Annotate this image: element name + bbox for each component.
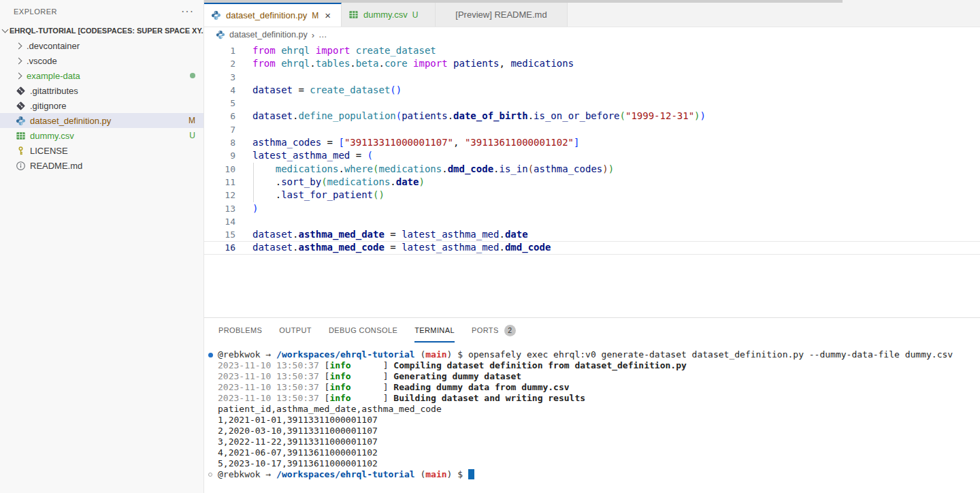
tab-git-status-badge: M [312,11,318,20]
code-text: asthma_codes = ["39113311000001107", "39… [252,136,580,149]
terminal-line: 3,2022-11-22,39113311000001107 [218,436,980,447]
code-line[interactable]: 4dataset = create_dataset() [204,84,980,97]
explorer-title: EXPLORER [14,7,181,16]
line-number: 10 [204,163,235,176]
file-label: dummy.csv [30,131,189,141]
terminal-line: 2023-11-10 13:50:37 [info ] Generating d… [218,371,980,382]
terminal-cursor[interactable] [468,469,474,479]
line-number: 13 [204,202,235,215]
file-tree: .devcontainer.vscodeexample-data.gitattr… [0,38,203,173]
code-text: from ehrql import create_dataset [252,44,436,57]
line-number: 11 [204,176,235,189]
license-icon [15,145,26,156]
close-icon[interactable]: × [325,10,331,20]
file-row-dataset-definition.py[interactable]: dataset_definition.pyM [0,113,203,128]
file-label: .gitattributes [30,86,203,96]
terminal-line: @rebkwok → /workspaces/ehrql-tutorial (m… [218,349,980,360]
line-number: 7 [204,123,235,136]
code-line[interactable]: 11 .sort_by(medications.date) [204,176,980,189]
workspace-root-row[interactable]: EHRQL-TUTORIAL [CODESPACES: SUPER SPACE … [0,23,203,38]
file-row-.devcontainer[interactable]: .devcontainer [0,38,203,53]
code-line[interactable]: 6dataset.define_population(patients.date… [204,110,980,123]
git-icon [15,100,26,111]
panel-tab-bar: PROBLEMSOUTPUTDEBUG CONSOLETERMINALPORTS… [204,318,980,343]
file-label: example-data [27,71,190,81]
code-line[interactable]: 14 [204,215,980,228]
git-untracked-dot-badge [190,73,195,78]
tab--preview--readme.md[interactable]: [Preview] README.md [436,3,568,27]
code-line[interactable]: 3 [204,71,980,84]
line-number: 14 [204,215,235,228]
ports-count-badge: 2 [504,325,516,336]
tab-label: dataset_definition.py [226,10,307,20]
panel-tab-ports[interactable]: PORTS2 [472,318,516,343]
file-row-.gitignore[interactable]: .gitignore [0,98,203,113]
terminal-line: 2023-11-10 13:50:37 [info ] Compiling da… [218,360,980,371]
git-status-badge: U [189,131,195,140]
command-decoration-icon[interactable] [208,353,213,357]
terminal-line: 5,2023-10-17,39113611000001102 [218,458,980,469]
file-row-readme.md[interactable]: README.md [0,158,203,173]
chevron-right-icon [16,57,22,64]
line-number: 15 [204,228,235,241]
indent-guide [253,176,254,189]
file-row-dummy.csv[interactable]: dummy.csvU [0,128,203,143]
panel-tab-output[interactable]: OUTPUT [279,318,312,343]
code-line[interactable]: 12 .last_for_patient() [204,189,980,202]
command-pending-icon[interactable] [208,473,212,477]
chevron-right-icon [16,42,22,49]
code-line[interactable]: 10 medications.where(medications.dmd_cod… [204,163,980,176]
code-text: medications.where(medications.dmd_code.i… [252,163,614,176]
csv-icon [348,10,359,20]
code-text: .sort_by(medications.date) [252,176,425,189]
code-editor[interactable]: 1from ehrql import create_dataset2from e… [204,42,980,317]
more-actions-icon[interactable]: ··· [181,5,194,18]
explorer-sidebar: EXPLORER ··· EHRQL-TUTORIAL [CODESPACES:… [0,0,204,493]
file-row-example-data[interactable]: example-data [0,68,203,83]
breadcrumb-separator: › [312,30,314,40]
tab-dummy.csv[interactable]: dummy.csvU [342,3,436,27]
tab-bar: dataset_definition.pyM×dummy.csvU[Previe… [204,0,980,27]
code-text: .last_for_patient() [252,189,385,202]
code-text: ) [252,202,258,215]
code-line[interactable]: 2from ehrql.tables.beta.core import pati… [204,57,980,70]
breadcrumb-file[interactable]: dataset_definition.py [229,30,308,39]
code-line[interactable]: 16dataset.asthma_med_code = latest_asthm… [204,241,980,254]
chevron-right-icon [16,72,22,79]
breadcrumb-tail[interactable]: … [318,30,327,39]
terminal-line: 2023-11-10 13:50:37 [info ] Building dat… [218,393,980,404]
vscode-window: EXPLORER ··· EHRQL-TUTORIAL [CODESPACES:… [0,0,980,493]
tab-dataset-definition.py[interactable]: dataset_definition.pyM× [204,3,342,27]
code-line[interactable]: 5 [204,97,980,110]
panel-tab-debug-console[interactable]: DEBUG CONSOLE [329,318,397,343]
line-number: 8 [204,136,235,149]
panel-tab-label: OUTPUT [279,326,312,334]
python-icon [216,29,225,42]
code-line[interactable]: 9latest_asthma_med = ( [204,149,980,162]
file-row-.gitattributes[interactable]: .gitattributes [0,83,203,98]
git-status-badge: M [189,116,195,125]
panel-tab-problems[interactable]: PROBLEMS [218,318,262,343]
line-number: 4 [204,84,235,97]
csv-icon [15,130,26,141]
tab-label: dummy.csv [363,10,408,20]
breadcrumb[interactable]: dataset_definition.py › … [204,27,980,42]
file-row-.vscode[interactable]: .vscode [0,53,203,68]
terminal-line: 2,2020-03-10,39113311000001107 [218,426,980,436]
code-line[interactable]: 7 [204,123,980,136]
terminal[interactable]: @rebkwok → /workspaces/ehrql-tutorial (m… [204,343,980,480]
terminal-line: 4,2021-06-07,39113611000001102 [218,447,980,458]
code-line[interactable]: 1from ehrql import create_dataset [204,44,980,57]
code-text: latest_asthma_med = ( [252,149,373,162]
tab-label: [Preview] README.md [455,10,546,20]
code-line[interactable]: 8asthma_codes = ["39113311000001107", "3… [204,136,980,149]
line-number: 5 [204,97,235,110]
code-text: from ehrql.tables.beta.core import patie… [252,57,574,70]
code-line[interactable]: 13) [204,202,980,215]
file-row-license[interactable]: LICENSE [0,143,203,158]
tabbar-scrollbar[interactable] [204,0,843,3]
panel-tab-label: PROBLEMS [218,326,262,334]
code-line[interactable]: 15dataset.asthma_med_date = latest_asthm… [204,228,980,241]
terminal-line: @rebkwok → /workspaces/ehrql-tutorial (m… [218,469,980,480]
panel-tab-terminal[interactable]: TERMINAL [414,318,455,343]
